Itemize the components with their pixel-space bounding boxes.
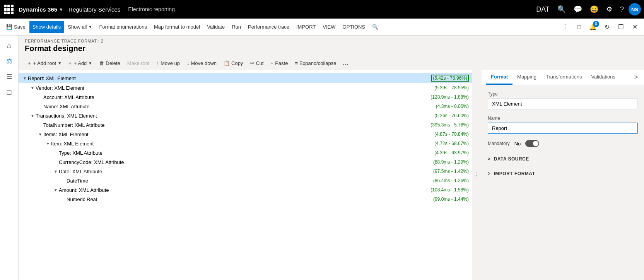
popout-icon[interactable]: ❐ xyxy=(615,21,627,33)
tree-item-type-attr[interactable]: Type: XML Attribute (4.39s - 63.97%) xyxy=(19,148,472,157)
tab-validations[interactable]: Validations xyxy=(586,70,620,85)
expand-btn-account[interactable] xyxy=(37,94,43,100)
tree-item-report[interactable]: ▼Report: XML Element (5.42s - 78.96%) xyxy=(19,73,472,83)
sidebar-chart-icon[interactable]: ◻ xyxy=(2,85,16,99)
expand-btn-type-attr[interactable] xyxy=(53,150,59,156)
mandatory-toggle[interactable] xyxy=(525,140,539,147)
tab-mapping[interactable]: Mapping xyxy=(512,70,541,85)
expand-btn-amount[interactable]: ▼ xyxy=(53,187,59,193)
copy-icon: 📋 xyxy=(224,60,230,66)
sidebar-home-icon[interactable]: ⌂ xyxy=(2,39,16,53)
view-button[interactable]: VIEW xyxy=(319,21,338,33)
import-format-header[interactable]: > IMPORT FORMAT xyxy=(488,168,638,179)
expand-btn-date[interactable]: ▼ xyxy=(53,168,59,174)
office-icon[interactable]: □ xyxy=(573,21,585,33)
save-button[interactable]: 💾 Save xyxy=(3,21,29,33)
add-chevron: ▼ xyxy=(88,61,92,65)
import-format-section: > IMPORT FORMAT xyxy=(488,168,638,179)
show-all-button[interactable]: Show all ▼ xyxy=(65,21,95,33)
paste-icon: + xyxy=(271,60,274,66)
tree-item-amount[interactable]: ▼Amount: XML Attribute (108.4ms - 1.58%) xyxy=(19,185,472,195)
env-badge: DAT xyxy=(533,3,553,16)
waffle-menu[interactable] xyxy=(3,4,14,15)
pin-icon[interactable]: ⋮ xyxy=(559,21,571,33)
settings-icon[interactable]: ⚙ xyxy=(603,3,615,16)
map-format-button[interactable]: Map format to model xyxy=(151,21,203,33)
tree-item-totalnumber[interactable]: TotalNumber: XML Attribute (395.3ms - 5.… xyxy=(19,120,472,130)
tree-perf-amount: (108.4ms - 1.58%) xyxy=(430,187,469,193)
expand-btn-items[interactable]: ▼ xyxy=(37,131,43,137)
sidebar-filter-icon[interactable]: ⚖ xyxy=(2,54,16,68)
three-dots-button[interactable]: ⋮ xyxy=(472,70,482,280)
expand-btn-report[interactable]: ▼ xyxy=(22,75,28,81)
main-layout: ⌂ ⚖ ☰ ◻ PERFORMANCE TRACE FORMAT : 2 For… xyxy=(0,36,644,280)
face-icon[interactable]: 😀 xyxy=(587,3,601,16)
tab-format[interactable]: Format xyxy=(486,70,512,85)
help-icon[interactable]: ? xyxy=(617,3,627,16)
sidebar-list-icon[interactable]: ☰ xyxy=(2,70,16,84)
tab-transformations[interactable]: Transformations xyxy=(541,70,586,85)
tree-perf-type-attr: (4.39s - 63.97%) xyxy=(434,150,469,155)
tree-label-date: Date: XML Attribute xyxy=(59,169,432,174)
tree-item-account[interactable]: Account: XML Attribute (128.9ms - 1.88%) xyxy=(19,92,472,102)
tree-item-datetime[interactable]: DateTime (86.4ms - 1.26%) xyxy=(19,176,472,185)
expand-collapse-button[interactable]: ≡ Expand/collapse xyxy=(292,58,339,68)
move-down-button[interactable]: ↓ Move down xyxy=(184,58,220,68)
tree-item-numericreal[interactable]: Numeric Real (99.0ms - 1.44%) xyxy=(19,195,472,204)
search-icon[interactable]: 🔍 xyxy=(554,3,569,16)
ribbon-right: ⋮ □ 🔔 0 ↻ ❐ ✕ xyxy=(559,21,641,33)
add-root-button[interactable]: + + Add root ▼ xyxy=(25,58,65,68)
expand-btn-numericreal[interactable] xyxy=(60,196,67,202)
tree-label-item: Item: XML Element xyxy=(51,141,433,147)
delete-button[interactable]: 🗑 Delete xyxy=(96,58,123,68)
perf-trace-button[interactable]: Performance trace xyxy=(245,21,292,33)
add-root-chevron: ▼ xyxy=(58,61,61,65)
more-button[interactable]: … xyxy=(340,58,351,68)
tree-label-amount: Amount: XML Attribute xyxy=(59,187,429,193)
data-source-header[interactable]: > DATA SOURCE xyxy=(488,153,638,165)
tree-label-totalnumber: TotalNumber: XML Attribute xyxy=(43,122,429,128)
cut-icon: ✂ xyxy=(250,60,254,66)
copy-button[interactable]: 📋 Copy xyxy=(220,58,246,68)
tree-item-item[interactable]: ▼Item: XML Element (4.72s - 68.67%) xyxy=(19,139,472,148)
notification-badge[interactable]: 🔔 0 xyxy=(587,21,599,33)
data-source-chevron: > xyxy=(488,156,491,162)
tree-item-items[interactable]: ▼Items: XML Element (4.87s - 70.84%) xyxy=(19,130,472,139)
name-input[interactable] xyxy=(488,123,638,134)
tree-item-date[interactable]: ▼Date: XML Attribute (97.5ms - 1.42%) xyxy=(19,167,472,176)
refresh-icon[interactable]: ↻ xyxy=(601,21,613,33)
expand-btn-totalnumber[interactable] xyxy=(37,122,43,128)
expand-btn-item[interactable]: ▼ xyxy=(45,140,51,147)
show-details-button[interactable]: Show details xyxy=(29,21,64,33)
options-button[interactable]: OPTIONS xyxy=(340,21,369,33)
move-up-button[interactable]: ↑ Move up xyxy=(154,58,183,68)
tree-item-currencycode[interactable]: CurrencyCode: XML Attribute (88.9ms - 1.… xyxy=(19,157,472,167)
expand-btn-name-attr[interactable] xyxy=(37,103,43,109)
expand-btn-transactions[interactable]: ▼ xyxy=(29,113,36,119)
right-panel-tab-chevron[interactable]: > xyxy=(633,72,639,82)
expand-btn-vendor[interactable]: ▼ xyxy=(29,85,36,91)
cut-button[interactable]: ✂ Cut xyxy=(247,58,266,68)
waffle-icon xyxy=(4,5,14,14)
add-button[interactable]: + + Add ▼ xyxy=(65,58,95,68)
format-enumerations-button[interactable]: Format enumerations xyxy=(96,21,150,33)
tree-perf-name-attr: (4.3ms - 0.06%) xyxy=(436,104,469,109)
expand-btn-datetime[interactable] xyxy=(60,178,67,184)
tree-item-transactions[interactable]: ▼Transactions: XML Element (5.26s - 76.6… xyxy=(19,111,472,120)
avatar[interactable]: NS xyxy=(629,3,641,15)
tree-item-vendor[interactable]: ▼Vendor: XML Element (5.39s - 78.55%) xyxy=(19,83,472,92)
ribbon-search-button[interactable]: 🔍 xyxy=(369,21,381,33)
run-button[interactable]: Run xyxy=(229,21,244,33)
close-icon[interactable]: ✕ xyxy=(629,21,641,33)
expand-btn-currencycode[interactable] xyxy=(53,159,59,165)
import-button[interactable]: IMPORT xyxy=(293,21,319,33)
breadcrumb: PERFORMANCE TRACE FORMAT : 2 xyxy=(19,36,644,44)
tree-perf-account: (128.9ms - 1.88%) xyxy=(430,94,469,100)
app-name[interactable]: Dynamics 365 ∨ xyxy=(19,6,62,13)
make-root-button[interactable]: Make root xyxy=(124,58,153,68)
type-value: XML Element xyxy=(488,98,638,109)
chat-icon[interactable]: 💬 xyxy=(571,3,585,16)
validate-button[interactable]: Validate xyxy=(204,21,228,33)
tree-item-name-attr[interactable]: Name: XML Attribute (4.3ms - 0.06%) xyxy=(19,102,472,111)
paste-button[interactable]: + Paste xyxy=(268,58,291,68)
